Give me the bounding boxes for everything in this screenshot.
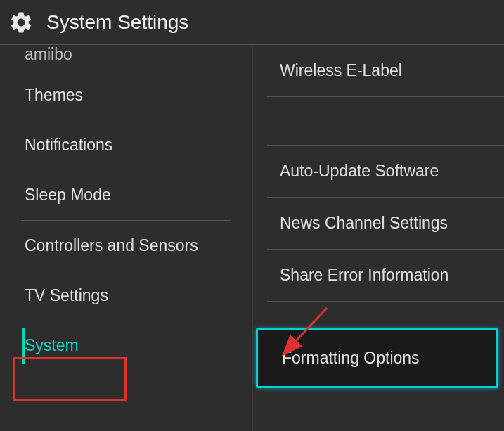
sidebar-item-tv-settings[interactable]: TV Settings [0,271,252,321]
main-panel: Wireless E-Label Auto-Update Software Ne… [253,45,504,431]
sidebar-item-themes[interactable]: Themes [0,70,252,120]
sidebar-item-controllers-sensors[interactable]: Controllers and Sensors [0,221,252,271]
main-item-news-channel[interactable]: News Channel Settings [253,198,504,249]
main-item-auto-update[interactable]: Auto-Update Software [253,146,504,197]
header: System Settings [0,0,504,45]
divider [267,301,504,302]
sidebar-item-amiibo[interactable]: amiibo [0,45,252,70]
page-title: System Settings [46,11,188,34]
content: amiibo Themes Notifications Sleep Mode C… [0,45,504,431]
gear-icon [8,10,34,35]
main-item-formatting-options[interactable]: Formatting Options [256,328,498,388]
sidebar: amiibo Themes Notifications Sleep Mode C… [0,45,253,431]
sidebar-item-sleep-mode[interactable]: Sleep Mode [0,170,252,220]
spacer [253,97,504,145]
main-item-share-error[interactable]: Share Error Information [253,250,504,301]
sidebar-item-system[interactable]: System [0,321,252,371]
sidebar-item-notifications[interactable]: Notifications [0,120,252,170]
main-item-wireless-elabel[interactable]: Wireless E-Label [253,45,504,96]
